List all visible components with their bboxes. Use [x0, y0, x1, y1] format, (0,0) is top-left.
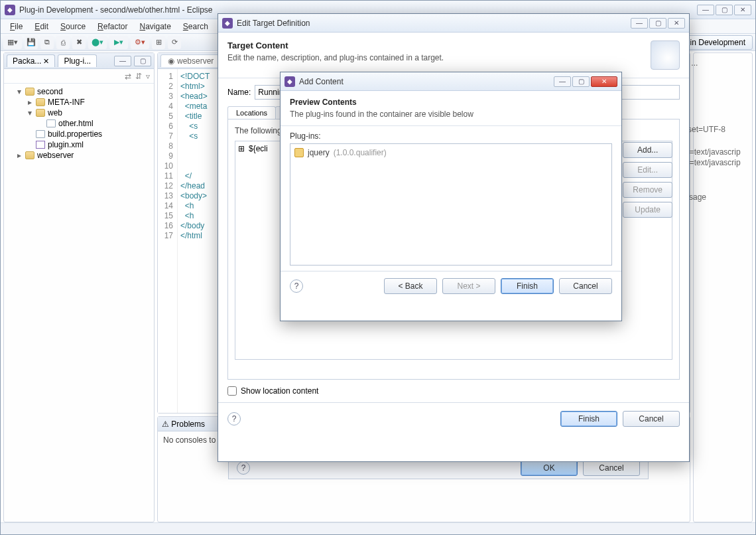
back-button[interactable]: < Back [384, 278, 437, 294]
plugin-version: (1.0.0.qualifier) [334, 148, 387, 157]
save-button[interactable]: 💾 [25, 36, 38, 49]
cancel-button[interactable]: Cancel [559, 278, 612, 294]
etd-close[interactable]: ✕ [668, 18, 685, 29]
addc-close[interactable]: ✕ [591, 76, 617, 87]
show-location-content-checkbox[interactable] [227, 386, 237, 396]
plugin-item[interactable]: jquery (1.0.0.qualifier) [294, 148, 607, 157]
folder-icon [25, 151, 34, 159]
link-icon[interactable]: ⇵ [135, 72, 142, 81]
add-button[interactable]: Add... [623, 142, 672, 158]
next-button[interactable]: Next > [442, 278, 495, 294]
addc-subheading: The plug-ins found in the container are … [290, 110, 612, 119]
etd-titlebar[interactable]: ◆ Edit Target Definition — ▢ ✕ [218, 14, 689, 33]
panel-min-icon[interactable]: — [114, 56, 131, 66]
etd-minimize[interactable]: — [631, 18, 648, 29]
tab-locations[interactable]: Locations [227, 106, 276, 119]
plugin-icon [294, 148, 304, 157]
location-icon: ⊞ [238, 144, 245, 153]
eclipse-icon: ◆ [5, 5, 15, 15]
editor-tab-webserver[interactable]: ◉ webserver [160, 54, 221, 67]
folder-icon [36, 109, 45, 117]
edit-button[interactable]: Edit... [623, 162, 672, 178]
etd-subheading: Edit the name, description, and plug-ins… [227, 53, 444, 62]
xml-file-icon [36, 141, 45, 149]
ok-button[interactable]: OK [521, 460, 578, 476]
cancel-button[interactable]: Cancel [623, 411, 680, 427]
line-gutter: 1234567891011121314151617 [158, 69, 178, 413]
cancel-button[interactable]: Cancel [583, 460, 640, 476]
folder-icon [25, 88, 34, 96]
tab-plugins[interactable]: Plug-i... [58, 54, 97, 67]
problems-tab[interactable]: ⚠ Problems [162, 420, 205, 429]
file-icon [46, 119, 56, 127]
addc-maximize[interactable]: ▢ [572, 76, 590, 87]
addc-title: Add Content [299, 77, 554, 86]
project-tree[interactable]: ▾second ▸META-INF ▾web other.html build.… [4, 84, 154, 522]
close-button[interactable]: ✕ [734, 5, 751, 15]
tab-package-explorer[interactable]: Packa... ✕ [7, 54, 55, 67]
file-icon [36, 130, 45, 138]
status-bar [1, 522, 755, 534]
add-content-dialog: ◆ Add Content — ▢ ✕ Preview Contents The… [280, 72, 622, 321]
print-button[interactable]: ⎙ [56, 36, 70, 49]
addc-titlebar[interactable]: ◆ Add Content — ▢ ✕ [281, 72, 621, 91]
location-item: ${ecli [249, 144, 268, 153]
target-icon [651, 40, 680, 70]
package-explorer-panel: Packa... ✕ Plug-i... — ▢ ⇄ ⇵ ▿ ▾second ▸… [3, 52, 155, 522]
maximize-button[interactable]: ▢ [716, 5, 733, 15]
show-location-content-label: Show location content [241, 386, 318, 396]
help-icon[interactable]: ? [227, 412, 241, 425]
ext-tools-button[interactable]: ⚙▾ [131, 36, 149, 49]
debug-button[interactable]: ⬤▾ [88, 36, 107, 49]
finish-button[interactable]: Finish [501, 278, 554, 294]
menu-file[interactable]: File [5, 21, 28, 33]
addc-heading: Preview Contents [290, 98, 612, 107]
etd-title: Edit Target Definition [237, 19, 631, 28]
plugins-label: Plug-ins: [290, 131, 612, 141]
menu-navigate[interactable]: Navigate [134, 21, 176, 33]
remove-button[interactable]: Remove [623, 182, 672, 198]
refresh-button[interactable]: ⟳ [168, 36, 181, 49]
tool-a[interactable]: ✖ [72, 36, 86, 49]
menu-source[interactable]: Source [55, 21, 91, 33]
plugins-list[interactable]: jquery (1.0.0.qualifier) [290, 143, 612, 266]
panel-max-icon[interactable]: ▢ [134, 56, 151, 66]
name-label: Name: [227, 88, 251, 97]
menu-search[interactable]: Search [178, 21, 214, 33]
eclipse-icon: ◆ [284, 76, 295, 87]
plugin-name: jquery [308, 148, 330, 157]
menu-edit[interactable]: Edit [29, 21, 54, 33]
save-all-button[interactable]: ⧉ [40, 36, 54, 49]
etd-heading: Target Content [227, 40, 444, 50]
addc-minimize[interactable]: — [554, 76, 571, 87]
run-button[interactable]: ▶▾ [109, 36, 128, 49]
minimize-button[interactable]: — [697, 5, 714, 15]
finish-button[interactable]: Finish [560, 411, 617, 427]
eclipse-icon: ◆ [222, 18, 233, 29]
help-icon[interactable]: ? [290, 279, 303, 293]
source-code[interactable]: <!DOCT <html> <head> <meta <title <s <s … [178, 69, 212, 413]
collapse-icon[interactable]: ⇄ [125, 72, 131, 81]
menu-icon[interactable]: ▿ [146, 72, 150, 81]
open-type-button[interactable]: ⊞ [152, 36, 165, 49]
etd-maximize[interactable]: ▢ [649, 18, 666, 29]
outline-fragments: k ... rset=UTF-8 e=text/javascrip e=text… [685, 58, 751, 202]
update-button[interactable]: Update [623, 202, 672, 218]
new-button[interactable]: ▦▾ [3, 36, 22, 49]
folder-icon [36, 98, 45, 106]
help-icon[interactable]: ? [237, 461, 250, 475]
menu-refactor[interactable]: Refactor [92, 21, 133, 33]
file-icon: ◉ [168, 56, 174, 66]
